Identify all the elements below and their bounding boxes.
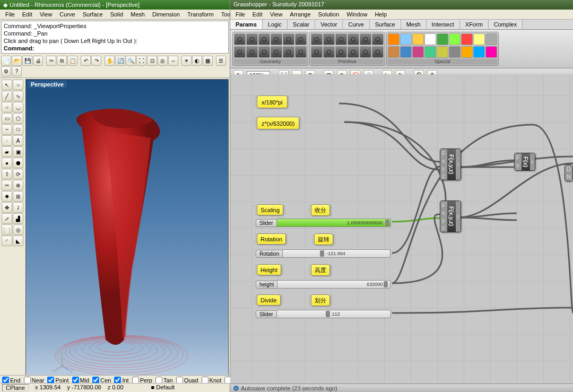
jump-icon[interactable] [473,33,485,45]
cut-icon[interactable]: ✂ [46,56,56,66]
help-icon[interactable]: ? [12,66,22,76]
param-curve-icon[interactable]: ⬡ [258,33,270,45]
gh-titlebar[interactable]: Grasshopper - Sunstudy 20091017 [230,0,573,10]
surface-icon[interactable]: ▰ [2,146,12,157]
param-bool-icon[interactable]: ⬡ [311,33,323,45]
param-geo-icon[interactable]: ⬡ [283,46,294,58]
pan-icon[interactable]: ✋ [105,56,115,66]
menu-curve[interactable]: Curve [56,11,78,18]
rhino-titlebar[interactable]: ◆ Untitled - Rhinoceros (Commercial) - [… [0,0,230,10]
tab-surface[interactable]: Surface [370,20,401,29]
panel-icon[interactable] [400,33,412,45]
fx-component[interactable]: Fx F(x) r [514,153,535,171]
zoom-selected-icon[interactable]: ◎ [158,56,168,66]
arc-icon[interactable]: ◡ [13,102,23,112]
cluster-icon[interactable] [461,33,473,45]
param-interval-icon[interactable]: ⬡ [372,33,384,45]
revolve-icon[interactable]: ⟳ [13,169,23,179]
param-circle-icon[interactable]: ⬡ [271,33,282,45]
pointer-icon[interactable]: ↖ [2,80,12,90]
gh-menu-window[interactable]: Window [343,11,370,18]
param-int-icon[interactable]: ⬡ [323,33,335,45]
param-color-icon[interactable]: ⬡ [360,33,371,45]
rotate3d-icon[interactable]: ⤸ [13,202,23,213]
galapagos-icon[interactable] [485,46,497,58]
fxyz-component-2[interactable]: Fxyz F(x,y,z) r [440,201,461,232]
zoom-1to1-icon[interactable]: ↔ [168,56,178,66]
height-label[interactable]: Height [257,264,281,275]
menu-solid[interactable]: Solid [107,11,126,18]
param-plane-icon[interactable]: ⬡ [295,33,307,45]
grid-icon[interactable]: ▦ [203,56,213,66]
status-layer[interactable]: Default [156,384,175,390]
param-box-icon[interactable]: ⬡ [271,46,282,58]
new-icon[interactable]: 📄 [1,56,11,66]
param-generic-icon[interactable]: ⬡ [348,46,359,58]
ellipse-icon[interactable]: ⬭ [13,124,23,135]
legend-icon[interactable] [400,46,412,58]
circle-icon[interactable]: ○ [2,102,12,112]
point-icon[interactable]: · [2,135,12,146]
rotation-slider[interactable]: Rotation -121.994 [256,249,390,258]
menu-dimension[interactable]: Dimension [149,11,183,18]
tab-scalar[interactable]: Scalar [288,20,315,29]
divide-label[interactable]: Divide [257,294,281,306]
height-slider[interactable]: height 632000 [256,280,390,289]
line-icon[interactable]: ╱ [2,91,12,101]
sphere-icon[interactable]: ● [2,158,12,168]
array-icon[interactable]: ⋮⋮ [2,224,12,235]
rotate-icon[interactable]: 🔄 [115,56,125,66]
read-icon[interactable] [461,46,473,58]
tab-params[interactable]: Params [230,20,263,29]
param-domain-icon[interactable]: ⬡ [360,46,371,58]
cylinder-icon[interactable]: ⬢ [13,158,23,168]
fillet-icon[interactable]: ◜ [2,236,12,246]
text-icon[interactable]: A [13,135,23,146]
move-icon[interactable]: ✥ [2,202,12,213]
param-string-icon[interactable]: ⬡ [348,33,359,45]
menu-mesh[interactable]: Mesh [127,11,148,18]
chamfer-icon[interactable]: ◣ [13,236,23,246]
dam-icon[interactable] [485,33,497,45]
lasso-icon[interactable]: ○ [13,80,23,90]
properties-icon[interactable]: ⚙ [1,66,11,76]
undo-icon[interactable]: ↶ [81,56,91,66]
perspective-viewport[interactable]: Perspective [25,79,229,392]
trim-icon[interactable]: ✂ [2,180,12,190]
copy-icon[interactable]: ⧉ [57,56,67,66]
param-vector-icon[interactable]: ⬡ [246,33,258,45]
scale-icon[interactable]: ⤢ [2,213,12,224]
zoom-extents-icon[interactable]: ⛶ [136,56,146,66]
param-mesh-icon[interactable]: ⬡ [258,46,270,58]
param-time-icon[interactable]: ⬡ [311,46,323,58]
rotation-label[interactable]: Rotation [257,233,286,245]
menu-file[interactable]: File [2,11,18,18]
pie-icon[interactable] [424,46,436,58]
extrude-icon[interactable]: ⇧ [2,169,12,179]
fxyz-component-1[interactable]: Fxyz F(x,y,z) r [440,149,461,180]
paste-icon[interactable]: 📋 [67,56,77,66]
scaling-label[interactable]: Scaling [257,204,283,215]
tab-complex[interactable]: Complex [489,20,523,29]
menu-surface[interactable]: Surface [80,11,106,18]
param-line-icon[interactable]: ⬡ [283,33,294,45]
custom-icon[interactable] [449,46,461,58]
param-path-icon[interactable]: ⬡ [323,46,335,58]
gh-canvas[interactable]: x/180*pi z*(x/632000) Scaling 收分 Slider … [230,74,573,384]
param-domain2-icon[interactable]: ⬡ [372,46,384,58]
rect-icon[interactable]: ▭ [2,113,12,124]
param-surface-icon[interactable]: ⬡ [234,46,246,58]
gh-menu-edit[interactable]: Edit [249,11,266,18]
param-twisted-icon[interactable]: ⬡ [295,46,307,58]
divide-cn[interactable]: 划分 [311,294,330,306]
redo-icon[interactable]: ↷ [91,56,101,66]
save-icon[interactable]: 💾 [22,56,32,66]
value-icon[interactable] [473,46,485,58]
group-icon[interactable]: ⊞ [13,191,23,202]
mirror-icon[interactable]: ▟ [13,213,23,224]
bar-icon[interactable] [412,46,424,58]
polygon-icon[interactable]: ⬠ [13,113,23,124]
print-icon[interactable]: 🖨 [33,56,43,66]
offset-icon[interactable]: ◎ [13,224,23,235]
image-icon[interactable] [437,46,448,58]
